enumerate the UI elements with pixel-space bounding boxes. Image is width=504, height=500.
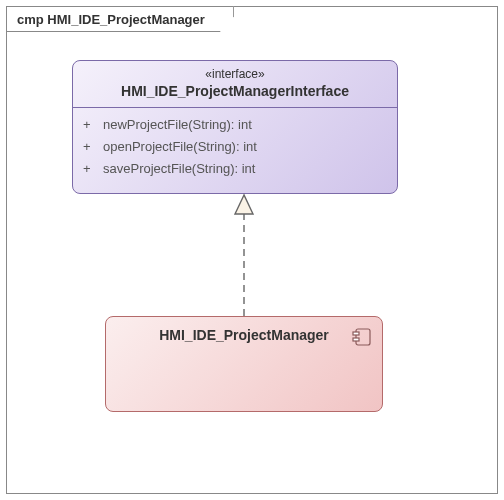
operation-row: + openProjectFile(String): int [83, 136, 387, 158]
interface-stereotype: «interface» [83, 67, 387, 81]
interface-header: «interface» HMI_IDE_ProjectManagerInterf… [73, 61, 397, 108]
package-frame-tab: cmp HMI_IDE_ProjectManager [6, 6, 234, 32]
operation-signature: newProjectFile(String): int [103, 114, 252, 136]
operation-signature: openProjectFile(String): int [103, 136, 257, 158]
component-classifier[interactable]: HMI_IDE_ProjectManager [105, 316, 383, 412]
operation-visibility: + [83, 136, 93, 158]
interface-classifier[interactable]: «interface» HMI_IDE_ProjectManagerInterf… [72, 60, 398, 194]
component-name: HMI_IDE_ProjectManager [106, 317, 382, 343]
diagram-canvas: cmp HMI_IDE_ProjectManager «interface» H… [0, 0, 504, 500]
component-icon [352, 327, 372, 347]
operation-visibility: + [83, 114, 93, 136]
interface-name: HMI_IDE_ProjectManagerInterface [83, 83, 387, 99]
frame-top-border [234, 6, 498, 7]
operation-row: + saveProjectFile(String): int [83, 158, 387, 180]
svg-rect-1 [353, 332, 359, 335]
frame-title: HMI_IDE_ProjectManager [47, 12, 205, 27]
operation-visibility: + [83, 158, 93, 180]
svg-rect-2 [353, 338, 359, 341]
frame-kind-label: cmp [17, 12, 44, 27]
operation-row: + newProjectFile(String): int [83, 114, 387, 136]
interface-operations: + newProjectFile(String): int + openProj… [73, 108, 397, 188]
svg-rect-0 [356, 329, 370, 345]
operation-signature: saveProjectFile(String): int [103, 158, 255, 180]
